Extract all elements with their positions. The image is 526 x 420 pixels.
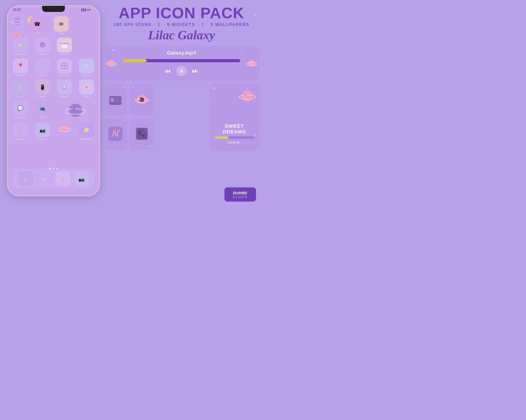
- svg-text:📷: 📷: [39, 127, 45, 133]
- music-progress-fill: [123, 59, 146, 62]
- status-icons: ▐▐▐ wifi 🔋: [81, 8, 94, 11]
- app-item-kindle[interactable]: 📱 kindle: [32, 79, 53, 99]
- dock-heart-icon[interactable]: ♥: [55, 171, 70, 186]
- chrome-app-icon: [35, 38, 50, 52]
- widgetsmith2-icon: 🪐: [79, 122, 94, 137]
- pink-planet-icon: [58, 122, 71, 134]
- deco-pink-planet-small: [54, 121, 75, 142]
- phone-notch: [42, 6, 65, 12]
- calendar-app-label: Calendar: [60, 53, 69, 56]
- separator-2: |: [202, 22, 204, 27]
- svg-text:✧: ✧: [137, 137, 139, 139]
- calendar-app-icon: DECEMBER: [57, 38, 72, 52]
- phone-frame: 11:11 ▐▐▐ wifi 🔋: [7, 5, 100, 196]
- app-row-2: 🪐 Widgetsmith Calendar DECEMBER Cal: [10, 36, 97, 57]
- app-item-calculator[interactable]: Calculator: [54, 58, 75, 78]
- home-app-label: Home: [58, 32, 64, 35]
- app-row-3: 📍 Location ♪ TikTok Calculator: [10, 58, 97, 78]
- status-time: 11:11: [13, 8, 21, 11]
- wallpapers-count: 3 WALLPAPERS: [211, 22, 249, 27]
- svg-point-65: [114, 94, 116, 96]
- app-item-home[interactable]: ✉ Home: [50, 15, 73, 36]
- app-item-widgetsmith[interactable]: 🪐 Widgetsmith: [10, 36, 31, 57]
- app-item-chrome[interactable]: Calendar: [32, 36, 53, 57]
- deco-planet-large: [54, 100, 97, 120]
- iconic-text: iconic: [229, 190, 252, 196]
- app-row-6: ▶ Youtube 📷 Camera: [10, 121, 97, 142]
- app-item-location[interactable]: 📍 Location: [10, 58, 31, 78]
- prev-button[interactable]: ⏮: [165, 67, 171, 75]
- svg-text:M: M: [42, 176, 46, 182]
- svg-point-31: [63, 85, 66, 88]
- pack-title: APP ICON PACK: [103, 5, 260, 21]
- pause-button[interactable]: ⏸: [176, 66, 187, 76]
- telegram-app-icon: ✈: [79, 59, 94, 73]
- svg-text:📺: 📺: [40, 106, 45, 111]
- netflix-widget: ✧ N ✦ ✧: [103, 118, 127, 150]
- app-item-twitch[interactable]: 📺 Twitch: [32, 100, 53, 120]
- sweet-loading-text: Loading...: [214, 140, 254, 144]
- app-item-widgetsmith2[interactable]: 🪐 Widgetsmith: [76, 121, 97, 142]
- app-row-4: S Shazam 📱 kindle Snapchat: [10, 79, 97, 99]
- app-item-youtube[interactable]: ▶ Youtube: [10, 121, 31, 142]
- app-item-shazam[interactable]: S Shazam: [10, 79, 31, 99]
- app-item-tiktok[interactable]: ♪ TikTok: [32, 58, 53, 78]
- app-row-1: ☎ Phone ✉ Home: [26, 15, 97, 36]
- home-app-icon: ✉: [54, 17, 69, 31]
- phone-book-icon: 📞 ✦ ✧: [135, 127, 149, 141]
- phonebook-widget: ✦ 📞 ✦ ✧: [130, 118, 154, 150]
- messenger-app-icon: 💬: [13, 101, 28, 116]
- svg-rect-58: [111, 98, 114, 102]
- svg-text:▶: ▶: [18, 127, 22, 133]
- dock-mail-icon[interactable]: M: [37, 171, 52, 186]
- music-progress-bar[interactable]: ★: [123, 59, 240, 62]
- separator-1: |: [159, 22, 160, 27]
- twitch-app-label: Twitch: [39, 116, 46, 119]
- dock-shazam-icon[interactable]: S: [18, 171, 33, 186]
- dock-camera-icon[interactable]: 📷: [74, 171, 89, 186]
- camera-app-label: Camera: [38, 138, 46, 141]
- svg-text:📱: 📱: [39, 84, 45, 90]
- photos-app-label: Photos: [83, 95, 90, 98]
- pack-subtitle: 180 APP ICONS | 6 WIDGETS | 3 WALLPAPERS: [103, 22, 260, 27]
- svg-text:🪐: 🪐: [17, 42, 23, 48]
- app-item-snapchat[interactable]: Snapchat: [54, 79, 75, 99]
- app-item-telegram[interactable]: ✈ Telegram: [76, 58, 97, 78]
- snapchat-app-label: Snapchat: [60, 95, 69, 98]
- location-app-icon: 📍: [13, 59, 28, 73]
- tiktok-app-icon: ♪: [35, 59, 50, 73]
- app-item-calendar[interactable]: DECEMBER Calendar: [54, 36, 75, 57]
- svg-text:✉: ✉: [59, 21, 63, 27]
- app-item-messenger[interactable]: 💬 Messenger: [10, 100, 31, 120]
- sweet-progress-bar: [214, 136, 254, 139]
- app-item-photos[interactable]: 🌸 Photos: [76, 79, 97, 99]
- telegram-app-label: Telegram: [82, 74, 91, 77]
- svg-text:S: S: [24, 176, 27, 182]
- icons-count: 180 APP ICONS: [114, 22, 152, 27]
- shazam-app-icon: S: [13, 80, 28, 94]
- next-button[interactable]: ⏭: [192, 67, 198, 75]
- player-planet-right: [246, 58, 257, 69]
- phone-app-icon: ☎: [30, 17, 45, 31]
- svg-text:📍: 📍: [17, 63, 24, 69]
- svg-rect-15: [61, 45, 68, 48]
- planet-saturn-icon: [11, 15, 23, 27]
- messenger-app-label: Messenger: [15, 116, 26, 119]
- player-planet-left: [106, 58, 117, 69]
- svg-text:✦: ✦: [144, 129, 146, 131]
- svg-text:✦: ✦: [119, 129, 121, 132]
- svg-text:📞: 📞: [138, 130, 145, 137]
- radio-widget: ✦ ✧: [103, 84, 127, 115]
- chrome-app-label: Calendar: [38, 53, 47, 56]
- app-item-phone[interactable]: ☎ Phone: [26, 15, 49, 36]
- svg-text:N: N: [112, 129, 119, 139]
- calculator-app-label: Calculator: [59, 74, 70, 77]
- app-row-5: 💬 Messenger 📺 Twitch: [10, 100, 97, 120]
- widgetsmith2-app-label: Widgetsmith: [80, 138, 93, 141]
- sweet-progress-fill: [214, 136, 228, 139]
- svg-text:🌸: 🌸: [83, 84, 90, 90]
- wifi-icon: wifi: [86, 8, 91, 11]
- app-item-camera[interactable]: 📷 Camera: [32, 121, 53, 142]
- pack-name: Lilac Galaxy: [103, 28, 260, 42]
- kindle-app-label: kindle: [40, 95, 45, 98]
